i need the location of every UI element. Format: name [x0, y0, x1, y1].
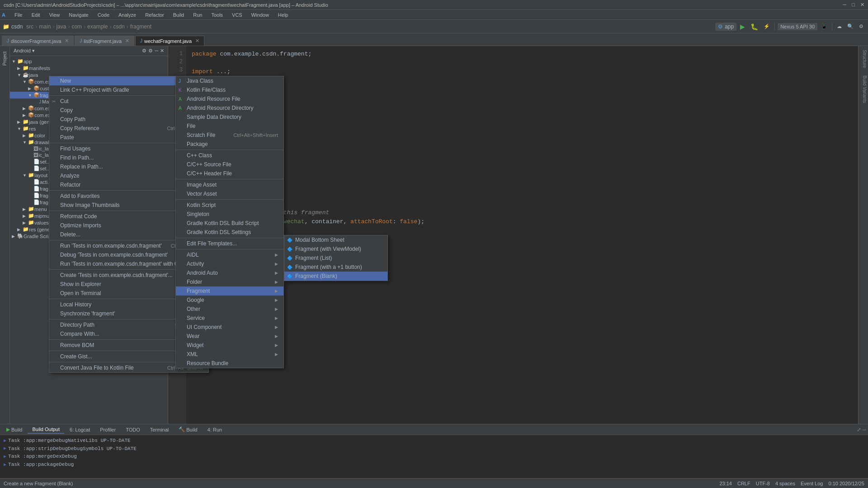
- cm-cpp-class-label: C++ Class: [187, 152, 212, 159]
- tab-discover[interactable]: J discoverFragment.java ✕: [2, 36, 74, 46]
- bottom-tab-terminal[interactable]: Terminal: [146, 426, 174, 433]
- bottom-maximize-icon[interactable]: ⤢: [857, 427, 861, 433]
- cm-xml[interactable]: XML ▶: [176, 350, 283, 359]
- cm-resource-bundle[interactable]: Resource Bundle: [176, 359, 283, 368]
- cm-google[interactable]: Google ▶: [176, 296, 283, 305]
- cm-ui-component[interactable]: UI Component ▶: [176, 323, 283, 332]
- avd-button[interactable]: 📱: [819, 23, 829, 30]
- cm-package[interactable]: Package: [176, 140, 283, 149]
- cm-kotlin-script[interactable]: Kotlin Script: [176, 201, 283, 210]
- bottom-minimize-icon[interactable]: ─: [862, 427, 866, 433]
- bottom-tab-build-output[interactable]: Build Output: [28, 426, 64, 434]
- tree-item-manifests[interactable]: ▶ 📁 manifests: [10, 65, 168, 71]
- menu-run[interactable]: Run: [191, 11, 204, 19]
- cm-fragment-plus1[interactable]: 🔷 Fragment (with a +1 button): [284, 263, 387, 272]
- cm-file-label: File: [187, 123, 195, 129]
- cm-gradle-settings[interactable]: Gradle Kotlin DSL Settings: [176, 228, 283, 237]
- cm-other[interactable]: Other ▶: [176, 305, 283, 314]
- cm-edit-file-templates[interactable]: Edit File Templates...: [176, 239, 283, 248]
- cm-convert-kotlin-label: Convert Java File to Kotlin File: [60, 365, 134, 371]
- cm-modal-bottom-sheet[interactable]: 🔷 Modal Bottom Sheet: [284, 235, 387, 244]
- cm-java-class[interactable]: J Java Class: [176, 76, 283, 85]
- menu-vcs[interactable]: VCS: [230, 11, 244, 19]
- tab-discover-close[interactable]: ✕: [65, 38, 69, 44]
- cm-aidl[interactable]: AIDL ▶: [176, 250, 283, 259]
- profile-button[interactable]: ⚡: [762, 23, 772, 30]
- menu-tools[interactable]: Tools: [209, 11, 225, 19]
- tab-list-label: listFragment.java: [84, 38, 122, 44]
- menu-edit[interactable]: Edit: [30, 11, 42, 19]
- toolbar-project-icon: 📁: [3, 23, 9, 30]
- bottom-tab-profiler[interactable]: Profiler: [95, 426, 120, 433]
- cm-modal-bottom-sheet-icon: 🔷: [287, 238, 292, 243]
- cm-fragment-list[interactable]: 🔷 Fragment (List): [284, 253, 387, 263]
- project-tab[interactable]: Project: [1, 48, 8, 69]
- bottom-tab-build[interactable]: ▶ Build: [2, 426, 27, 433]
- tab-wechat-close[interactable]: ✕: [195, 38, 199, 44]
- cm-fragment-blank-icon: 🔷: [287, 274, 292, 279]
- run-button[interactable]: ▶: [738, 22, 747, 31]
- cm-kotlin-class-icon: K: [179, 88, 182, 93]
- cm-cpp-source[interactable]: C/C++ Source File: [176, 160, 283, 169]
- cm-folder[interactable]: Folder ▶: [176, 277, 283, 286]
- minimize-button[interactable]: ─: [843, 2, 847, 8]
- cm-android-auto[interactable]: Android Auto ▶: [176, 268, 283, 277]
- debug-button[interactable]: 🐛: [749, 22, 760, 31]
- cm-android-resource-file[interactable]: A Android Resource File: [176, 94, 283, 103]
- cm-kotlin-class[interactable]: K Kotlin File/Class: [176, 85, 283, 94]
- build-task-2: ▶ Task :app:stripDebugDebugSymbols UP-TO…: [4, 445, 864, 453]
- cm-fragment-blank[interactable]: 🔷 Fragment (Blank): [284, 272, 387, 281]
- settings-button[interactable]: ⚙: [857, 23, 865, 30]
- menu-file[interactable]: File: [13, 11, 24, 19]
- menu-build[interactable]: Build: [171, 11, 186, 19]
- tab-list[interactable]: J listFragment.java ✕: [75, 36, 134, 46]
- cm-fragment-viewmodel[interactable]: 🔷 Fragment (with ViewModel): [284, 244, 387, 253]
- right-tab-variants[interactable]: Build Variants: [859, 72, 868, 107]
- right-tab-structure[interactable]: Structure: [859, 46, 868, 72]
- run-config-label[interactable]: app: [725, 23, 734, 30]
- menu-code[interactable]: Code: [96, 11, 111, 19]
- status-event-log[interactable]: Event Log: [801, 481, 823, 486]
- cm-gradle-build-script[interactable]: Gradle Kotlin DSL Build Script: [176, 219, 283, 228]
- device-label[interactable]: Nexus 5 API 30: [780, 24, 815, 29]
- cm-wear[interactable]: Wear ▶: [176, 332, 283, 341]
- bottom-tab-logcat[interactable]: 6: Logcat: [65, 426, 94, 433]
- bottom-tab-run[interactable]: 4: Run: [203, 426, 226, 433]
- status-charset: UTF-8: [756, 481, 770, 486]
- cm-run-tests-label: Run 'Tests in com.example.csdn.fragment': [60, 243, 162, 249]
- cm-android-resource-dir[interactable]: A Android Resource Directory: [176, 103, 283, 113]
- settings-icon[interactable]: ⚙: [148, 48, 153, 54]
- tab-wechat[interactable]: J wechatFragment.java ✕: [135, 36, 204, 46]
- menu-help[interactable]: Help: [276, 11, 290, 19]
- menu-window[interactable]: Window: [250, 11, 271, 19]
- cm-image-asset[interactable]: Image Asset: [176, 180, 283, 189]
- cm-cpp-class[interactable]: C++ Class: [176, 151, 283, 160]
- maximize-button[interactable]: □: [852, 2, 855, 8]
- bottom-tab-todo[interactable]: TODO: [121, 426, 145, 433]
- cm-singleton[interactable]: Singleton: [176, 210, 283, 219]
- cm-fragment[interactable]: Fragment ▶: [176, 286, 283, 296]
- tree-item-app[interactable]: ▼ 📁 app: [10, 58, 168, 65]
- right-sidebar: Structure Build Variants: [858, 46, 868, 424]
- close-button[interactable]: ✕: [860, 2, 864, 8]
- hide-icon[interactable]: ✕: [160, 48, 164, 54]
- search-button[interactable]: 🔍: [845, 23, 855, 30]
- cm-widget[interactable]: Widget ▶: [176, 341, 283, 350]
- sync-icon[interactable]: ⚙: [142, 48, 146, 54]
- menu-view[interactable]: View: [47, 11, 62, 19]
- bottom-tab-build2[interactable]: 🔨 Build: [174, 426, 202, 433]
- menu-refactor[interactable]: Refactor: [143, 11, 166, 19]
- tab-discover-icon: J: [7, 38, 9, 43]
- cm-sample-data-dir[interactable]: Sample Data Directory: [176, 113, 283, 122]
- sdk-button[interactable]: ☁: [835, 23, 844, 30]
- cm-scratch-file[interactable]: Scratch File Ctrl+Alt+Shift+Insert: [176, 131, 283, 140]
- collapse-icon[interactable]: ─: [155, 48, 158, 54]
- menu-analyze[interactable]: Analyze: [117, 11, 138, 19]
- cm-file[interactable]: File: [176, 122, 283, 131]
- cm-vector-asset[interactable]: Vector Asset: [176, 189, 283, 198]
- cm-activity[interactable]: Activity ▶: [176, 259, 283, 268]
- cm-service[interactable]: Service ▶: [176, 314, 283, 323]
- menu-navigate[interactable]: Navigate: [67, 11, 90, 19]
- tab-list-close[interactable]: ✕: [125, 38, 129, 44]
- cm-cpp-header[interactable]: C/C++ Header File: [176, 169, 283, 178]
